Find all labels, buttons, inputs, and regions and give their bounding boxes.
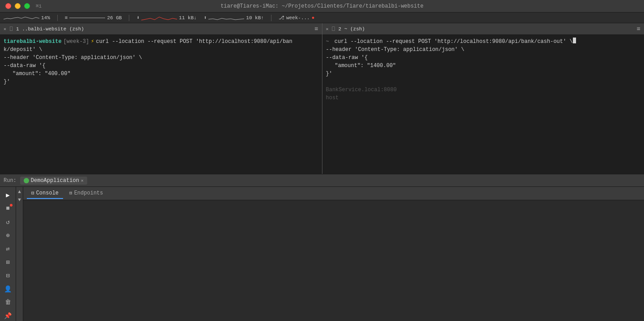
- run-label: Run:: [4, 177, 17, 184]
- net-icon: ⬇: [136, 15, 140, 21]
- ide-panel: Run: DemoApplication ✕ ▶ ■ ↺ ⊕ ⇄ ⊞ ⊟ 👤 🗑…: [0, 174, 644, 321]
- right-faded-1: BankService.local:8080: [326, 86, 641, 94]
- profile-icon[interactable]: 👤: [2, 283, 14, 295]
- prompt-dir: tiarebalbi-website: [4, 38, 62, 46]
- terminal-left-menu[interactable]: ≡: [314, 25, 318, 33]
- layout-icon[interactable]: ⊞: [2, 256, 14, 268]
- console-tab-label: Console: [36, 190, 59, 196]
- toolbar-up[interactable]: ▲: [17, 189, 23, 195]
- window-controls[interactable]: [5, 3, 30, 9]
- cpu-stat: 14%: [4, 15, 50, 21]
- net-up-value: 10 kB↑: [246, 15, 264, 21]
- terminal-right: ✕ ⎕ 2 ~ (zsh) ≡ ~ curl --location --requ…: [322, 23, 644, 174]
- terminal-right-label: 2 ~ (zsh): [339, 26, 633, 32]
- terminal-right-close[interactable]: ✕: [326, 26, 329, 32]
- ram-icon: ≡: [65, 15, 68, 21]
- prompt-line-right: ~ curl --location --request POST 'http:/…: [326, 38, 641, 46]
- cmd-line-5: "amount": "400.00": [4, 70, 318, 78]
- terminal-right-content[interactable]: ~ curl --location --request POST 'http:/…: [322, 35, 644, 174]
- terminal-left-label: 1 ..balbi-website (zsh): [16, 26, 311, 32]
- prompt-lightning: ⚡: [91, 38, 94, 46]
- pin-icon[interactable]: 📌: [2, 309, 14, 321]
- app-name: DemoApplication: [31, 177, 79, 184]
- run-icon[interactable]: ▶: [2, 189, 14, 201]
- ram-stat: ≡ 26 GB: [65, 15, 122, 21]
- minimize-button[interactable]: [15, 3, 21, 9]
- net-up-stat: ⬆ 10 kB↑: [204, 15, 264, 21]
- console-icon: ⊡: [31, 190, 34, 196]
- run-app-tab[interactable]: DemoApplication ✕: [20, 177, 87, 185]
- endpoints-icon: ⊞: [69, 190, 72, 196]
- maximize-button[interactable]: [24, 3, 30, 9]
- cursor-block: [573, 38, 576, 43]
- build-icon[interactable]: ⊕: [2, 229, 14, 241]
- cmd-line-4: --data-raw '{: [4, 62, 318, 70]
- stats-bar: 14% ≡ 26 GB ⬇ 11 kB↓ ⬆ 10 kB↑ ⎇ week-...…: [0, 13, 644, 23]
- cmd-line-6: }': [4, 78, 318, 86]
- right-cmd-line-1: curl --location --request POST 'http://l…: [335, 38, 573, 46]
- cpu-value: 14%: [41, 15, 50, 21]
- toolbar-down[interactable]: ▼: [17, 197, 23, 203]
- ide-content: ▶ ■ ↺ ⊕ ⇄ ⊞ ⊟ 👤 🗑 📌 ▲ ▼ ⊡ Console ⊞: [0, 187, 644, 321]
- terminal-left-icon: ⎕: [10, 26, 13, 32]
- cmd-line-1: curl --location --request POST 'http://l…: [96, 38, 292, 46]
- cmd-line-3: --header 'Content-Type: application/json…: [4, 54, 318, 62]
- title-bar: ⌘1 tiare@Tiares-iMac: ~/Projetos/Cliente…: [0, 0, 644, 13]
- grid-icon[interactable]: ⊟: [2, 269, 14, 282]
- console-content: [23, 200, 644, 321]
- endpoints-tab-label: Endpoints: [74, 190, 103, 196]
- right-cmd-line-5: }': [326, 70, 641, 78]
- trash-icon[interactable]: 🗑: [2, 296, 14, 308]
- net-up-icon: ⬆: [204, 15, 207, 21]
- right-cmd-line-3: --data-raw '{: [326, 54, 641, 62]
- dot-icon: ●: [312, 15, 315, 21]
- shortcut-label: ⌘1: [36, 3, 42, 9]
- week-value: week-...: [286, 15, 310, 21]
- ide-toolbar: ▲ ▼: [16, 187, 23, 321]
- window-title: tiare@Tiares-iMac: ~/Projetos/Clientes/T…: [220, 3, 424, 9]
- sync-icon[interactable]: ⇄: [2, 242, 14, 255]
- prompt-branch: [week-3]: [64, 38, 89, 46]
- app-close[interactable]: ✕: [81, 178, 84, 183]
- run-bar: Run: DemoApplication ✕: [0, 174, 644, 187]
- terminal-right-icon: ⎕: [332, 26, 335, 32]
- right-cmd-line-4: "amount": "1400.00": [326, 62, 641, 70]
- stop-icon[interactable]: ■: [2, 202, 14, 215]
- cmd-line-2: k/deposit' \: [4, 46, 318, 54]
- right-faded-2: host: [326, 94, 641, 102]
- terminal-left: ✕ ⎕ 1 ..balbi-website (zsh) ≡ tiarebalbi…: [0, 23, 322, 174]
- terminal-left-content[interactable]: tiarebalbi-website [week-3] ⚡ curl --loc…: [0, 35, 322, 174]
- branch-icon: ⎇: [279, 15, 284, 21]
- prompt-tilde: ~: [326, 38, 329, 46]
- tab-endpoints[interactable]: ⊞ Endpoints: [65, 188, 107, 199]
- terminal-left-tab-bar: ✕ ⎕ 1 ..balbi-website (zsh) ≡: [0, 23, 322, 35]
- week-stat: ⎇ week-... ●: [279, 15, 314, 21]
- right-cmd-line-2: --header 'Content-Type: application/json…: [326, 46, 641, 54]
- terminal-right-tab-bar: ✕ ⎕ 2 ~ (zsh) ≡: [322, 23, 644, 35]
- net-down-stat: ⬇ 11 kB↓: [136, 15, 196, 21]
- terminals-wrapper: ✕ ⎕ 1 ..balbi-website (zsh) ≡ tiarebalbi…: [0, 23, 644, 174]
- restart-icon[interactable]: ↺: [2, 215, 14, 228]
- prompt-line-1: tiarebalbi-website [week-3] ⚡ curl --loc…: [4, 38, 318, 46]
- console-area: ⊡ Console ⊞ Endpoints: [23, 187, 644, 321]
- console-tabs: ⊡ Console ⊞ Endpoints: [23, 187, 644, 200]
- tab-console[interactable]: ⊡ Console: [27, 188, 63, 199]
- ram-value: 26 GB: [107, 15, 122, 21]
- close-button[interactable]: [5, 3, 11, 9]
- terminal-right-menu[interactable]: ≡: [637, 25, 640, 33]
- net-down-value: 11 kB↓: [179, 15, 197, 21]
- terminal-left-close[interactable]: ✕: [4, 26, 6, 32]
- ide-sidebar: ▶ ■ ↺ ⊕ ⇄ ⊞ ⊟ 👤 🗑 📌: [0, 187, 16, 321]
- app-icon: [24, 178, 29, 183]
